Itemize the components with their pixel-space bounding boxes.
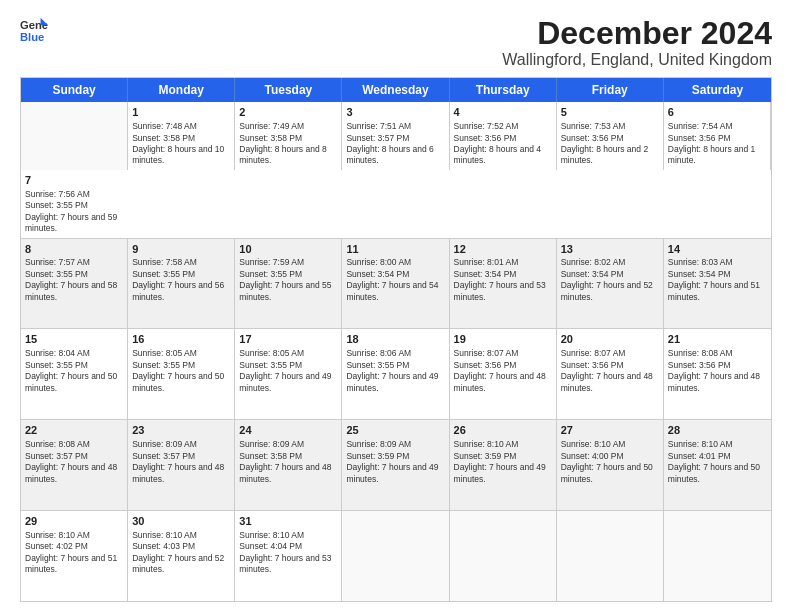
cell-info: Sunrise: 8:04 AM Sunset: 3:55 PM Dayligh… <box>25 348 123 394</box>
cal-cell: 27Sunrise: 8:10 AM Sunset: 4:00 PM Dayli… <box>557 420 664 510</box>
cell-info: Sunrise: 8:10 AM Sunset: 4:04 PM Dayligh… <box>239 530 337 576</box>
cal-cell: 9Sunrise: 7:58 AM Sunset: 3:55 PM Daylig… <box>128 239 235 329</box>
cell-info: Sunrise: 8:01 AM Sunset: 3:54 PM Dayligh… <box>454 257 552 303</box>
header-friday: Friday <box>557 78 664 102</box>
cal-cell <box>557 511 664 601</box>
day-number: 10 <box>239 242 337 257</box>
cal-cell: 29Sunrise: 8:10 AM Sunset: 4:02 PM Dayli… <box>21 511 128 601</box>
title-area: December 2024 Wallingford, England, Unit… <box>502 16 772 69</box>
calendar: Sunday Monday Tuesday Wednesday Thursday… <box>20 77 772 602</box>
day-number: 19 <box>454 332 552 347</box>
cell-info: Sunrise: 8:09 AM Sunset: 3:59 PM Dayligh… <box>346 439 444 485</box>
day-number: 5 <box>561 105 659 120</box>
cell-info: Sunrise: 8:09 AM Sunset: 3:58 PM Dayligh… <box>239 439 337 485</box>
day-number: 29 <box>25 514 123 529</box>
header-thursday: Thursday <box>450 78 557 102</box>
header-tuesday: Tuesday <box>235 78 342 102</box>
cell-info: Sunrise: 8:08 AM Sunset: 3:56 PM Dayligh… <box>668 348 767 394</box>
day-number: 27 <box>561 423 659 438</box>
cal-cell: 26Sunrise: 8:10 AM Sunset: 3:59 PM Dayli… <box>450 420 557 510</box>
day-number: 7 <box>25 173 124 188</box>
cell-info: Sunrise: 8:10 AM Sunset: 4:01 PM Dayligh… <box>668 439 767 485</box>
cell-info: Sunrise: 8:10 AM Sunset: 4:00 PM Dayligh… <box>561 439 659 485</box>
page: General Blue December 2024 Wallingford, … <box>0 0 792 612</box>
cal-cell <box>450 511 557 601</box>
svg-text:Blue: Blue <box>20 31 44 43</box>
day-number: 18 <box>346 332 444 347</box>
cal-row-4: 29Sunrise: 8:10 AM Sunset: 4:02 PM Dayli… <box>21 511 771 601</box>
cal-cell: 18Sunrise: 8:06 AM Sunset: 3:55 PM Dayli… <box>342 329 449 419</box>
cell-info: Sunrise: 8:03 AM Sunset: 3:54 PM Dayligh… <box>668 257 767 303</box>
cal-cell: 17Sunrise: 8:05 AM Sunset: 3:55 PM Dayli… <box>235 329 342 419</box>
day-number: 6 <box>668 105 766 120</box>
day-number: 1 <box>132 105 230 120</box>
header-sunday: Sunday <box>21 78 128 102</box>
cal-cell: 25Sunrise: 8:09 AM Sunset: 3:59 PM Dayli… <box>342 420 449 510</box>
cal-row-0: 1Sunrise: 7:48 AM Sunset: 3:58 PM Daylig… <box>21 102 771 238</box>
cell-info: Sunrise: 7:56 AM Sunset: 3:55 PM Dayligh… <box>25 189 124 235</box>
cal-cell: 13Sunrise: 8:02 AM Sunset: 3:54 PM Dayli… <box>557 239 664 329</box>
cal-cell: 6Sunrise: 7:54 AM Sunset: 3:56 PM Daylig… <box>664 102 771 170</box>
day-number: 17 <box>239 332 337 347</box>
cell-info: Sunrise: 8:06 AM Sunset: 3:55 PM Dayligh… <box>346 348 444 394</box>
day-number: 16 <box>132 332 230 347</box>
cal-cell: 31Sunrise: 8:10 AM Sunset: 4:04 PM Dayli… <box>235 511 342 601</box>
cell-info: Sunrise: 8:02 AM Sunset: 3:54 PM Dayligh… <box>561 257 659 303</box>
cell-info: Sunrise: 7:49 AM Sunset: 3:58 PM Dayligh… <box>239 121 337 167</box>
header-monday: Monday <box>128 78 235 102</box>
cal-cell: 14Sunrise: 8:03 AM Sunset: 3:54 PM Dayli… <box>664 239 771 329</box>
cell-info: Sunrise: 8:10 AM Sunset: 4:03 PM Dayligh… <box>132 530 230 576</box>
header-wednesday: Wednesday <box>342 78 449 102</box>
cal-cell: 15Sunrise: 8:04 AM Sunset: 3:55 PM Dayli… <box>21 329 128 419</box>
calendar-header: Sunday Monday Tuesday Wednesday Thursday… <box>21 78 771 102</box>
cal-cell: 8Sunrise: 7:57 AM Sunset: 3:55 PM Daylig… <box>21 239 128 329</box>
cell-info: Sunrise: 8:00 AM Sunset: 3:54 PM Dayligh… <box>346 257 444 303</box>
cell-info: Sunrise: 7:52 AM Sunset: 3:56 PM Dayligh… <box>454 121 552 167</box>
cell-info: Sunrise: 7:58 AM Sunset: 3:55 PM Dayligh… <box>132 257 230 303</box>
cal-row-3: 22Sunrise: 8:08 AM Sunset: 3:57 PM Dayli… <box>21 420 771 511</box>
cal-cell: 1Sunrise: 7:48 AM Sunset: 3:58 PM Daylig… <box>128 102 235 170</box>
cell-info: Sunrise: 8:09 AM Sunset: 3:57 PM Dayligh… <box>132 439 230 485</box>
cal-cell: 11Sunrise: 8:00 AM Sunset: 3:54 PM Dayli… <box>342 239 449 329</box>
subtitle: Wallingford, England, United Kingdom <box>502 51 772 69</box>
main-title: December 2024 <box>502 16 772 51</box>
cal-cell: 30Sunrise: 8:10 AM Sunset: 4:03 PM Dayli… <box>128 511 235 601</box>
cell-info: Sunrise: 8:05 AM Sunset: 3:55 PM Dayligh… <box>239 348 337 394</box>
cell-info: Sunrise: 8:05 AM Sunset: 3:55 PM Dayligh… <box>132 348 230 394</box>
cal-cell: 19Sunrise: 8:07 AM Sunset: 3:56 PM Dayli… <box>450 329 557 419</box>
cal-cell: 5Sunrise: 7:53 AM Sunset: 3:56 PM Daylig… <box>557 102 664 170</box>
cell-info: Sunrise: 8:07 AM Sunset: 3:56 PM Dayligh… <box>454 348 552 394</box>
day-number: 28 <box>668 423 767 438</box>
cal-cell: 22Sunrise: 8:08 AM Sunset: 3:57 PM Dayli… <box>21 420 128 510</box>
cell-info: Sunrise: 7:53 AM Sunset: 3:56 PM Dayligh… <box>561 121 659 167</box>
day-number: 15 <box>25 332 123 347</box>
day-number: 14 <box>668 242 767 257</box>
cal-cell: 4Sunrise: 7:52 AM Sunset: 3:56 PM Daylig… <box>450 102 557 170</box>
day-number: 13 <box>561 242 659 257</box>
cal-cell: 23Sunrise: 8:09 AM Sunset: 3:57 PM Dayli… <box>128 420 235 510</box>
day-number: 2 <box>239 105 337 120</box>
cal-cell: 2Sunrise: 7:49 AM Sunset: 3:58 PM Daylig… <box>235 102 342 170</box>
cell-info: Sunrise: 8:08 AM Sunset: 3:57 PM Dayligh… <box>25 439 123 485</box>
cell-info: Sunrise: 8:10 AM Sunset: 3:59 PM Dayligh… <box>454 439 552 485</box>
cal-cell <box>21 102 128 170</box>
cal-row-2: 15Sunrise: 8:04 AM Sunset: 3:55 PM Dayli… <box>21 329 771 420</box>
day-number: 11 <box>346 242 444 257</box>
cell-info: Sunrise: 7:48 AM Sunset: 3:58 PM Dayligh… <box>132 121 230 167</box>
cal-cell: 24Sunrise: 8:09 AM Sunset: 3:58 PM Dayli… <box>235 420 342 510</box>
cal-cell <box>664 511 771 601</box>
cell-info: Sunrise: 7:51 AM Sunset: 3:57 PM Dayligh… <box>346 121 444 167</box>
day-number: 9 <box>132 242 230 257</box>
day-number: 24 <box>239 423 337 438</box>
cell-info: Sunrise: 7:54 AM Sunset: 3:56 PM Dayligh… <box>668 121 766 167</box>
cal-cell: 20Sunrise: 8:07 AM Sunset: 3:56 PM Dayli… <box>557 329 664 419</box>
calendar-body: 1Sunrise: 7:48 AM Sunset: 3:58 PM Daylig… <box>21 102 771 601</box>
cal-cell: 10Sunrise: 7:59 AM Sunset: 3:55 PM Dayli… <box>235 239 342 329</box>
cal-cell: 7Sunrise: 7:56 AM Sunset: 3:55 PM Daylig… <box>21 170 128 238</box>
day-number: 22 <box>25 423 123 438</box>
cell-info: Sunrise: 8:07 AM Sunset: 3:56 PM Dayligh… <box>561 348 659 394</box>
cell-info: Sunrise: 7:59 AM Sunset: 3:55 PM Dayligh… <box>239 257 337 303</box>
day-number: 4 <box>454 105 552 120</box>
cal-row-1: 8Sunrise: 7:57 AM Sunset: 3:55 PM Daylig… <box>21 239 771 330</box>
day-number: 25 <box>346 423 444 438</box>
